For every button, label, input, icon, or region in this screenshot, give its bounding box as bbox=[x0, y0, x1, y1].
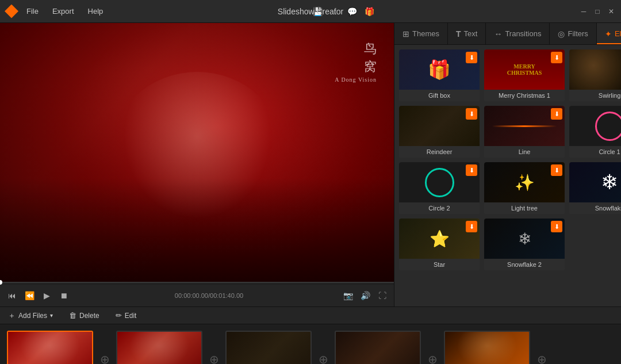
timeline-plus-1[interactable]: ⊕ bbox=[93, 335, 116, 364]
edit-label: Edit bbox=[125, 312, 137, 320]
tab-text-label: Text bbox=[464, 29, 478, 38]
playback-icons: 📷 🔊 ⛶ bbox=[342, 290, 388, 301]
message-icon[interactable]: 💬 bbox=[347, 6, 358, 17]
skip-start-button[interactable]: ⏮ bbox=[6, 289, 18, 302]
watermark: 鸟 窝 A Dong Vision bbox=[335, 40, 377, 84]
play-button[interactable]: ▶ bbox=[40, 289, 53, 302]
element-star[interactable]: ⬇ Star bbox=[399, 219, 480, 270]
tab-transitions-label: Transitions bbox=[505, 29, 541, 38]
element-line-label: Line bbox=[484, 146, 565, 158]
titlebar: File Export Help Slideshow Creator 💾 f 💬… bbox=[0, 0, 621, 23]
download-circle2-button[interactable]: ⬇ bbox=[466, 164, 477, 176]
tab-themes[interactable]: ⊞ Themes bbox=[394, 23, 448, 44]
menu-help[interactable]: Help bbox=[86, 5, 106, 18]
download-lighttree-button[interactable]: ⬇ bbox=[551, 164, 562, 176]
element-circle1[interactable]: ⬇ Circle 1 bbox=[569, 106, 621, 158]
timeline-plus-5[interactable]: ⊕ bbox=[530, 335, 553, 364]
right-panel: ⊞ Themes T Text ↔ Transitions ◎ Filters … bbox=[394, 23, 621, 306]
timeline-thumb-4[interactable] bbox=[335, 331, 421, 364]
playback-time: 00:00:00.00/00:01:40.00 bbox=[80, 292, 338, 299]
element-circle1-label: Circle 1 bbox=[569, 146, 621, 158]
edit-button[interactable]: ✏ Edit bbox=[112, 309, 140, 321]
filters-icon: ◎ bbox=[558, 29, 565, 39]
themes-icon: ⊞ bbox=[402, 29, 409, 39]
element-snowflake[interactable]: ⬇ Snowflake bbox=[569, 162, 621, 214]
gift-icon[interactable]: 🎁 bbox=[364, 6, 375, 17]
volume-icon[interactable]: 🔊 bbox=[359, 290, 371, 301]
element-christmas[interactable]: MERRYCHRISTMAS ⬇ Merry Christmas 1 bbox=[484, 49, 565, 101]
element-circle2[interactable]: ⬇ Circle 2 bbox=[399, 162, 480, 214]
watermark-line1: 鸟 bbox=[335, 40, 377, 58]
download-christmas-button[interactable]: ⬇ bbox=[551, 52, 562, 63]
watermark-line3: A Dong Vision bbox=[335, 76, 377, 84]
timeline-fill-2 bbox=[117, 332, 201, 364]
add-files-button[interactable]: ＋ Add Files ▾ bbox=[5, 309, 56, 323]
element-snowflake2-label: Snowflake 2 bbox=[484, 259, 565, 270]
tabs: ⊞ Themes T Text ↔ Transitions ◎ Filters … bbox=[394, 23, 621, 45]
timeline-fill-1 bbox=[8, 332, 92, 364]
element-swirling-thumb bbox=[569, 49, 621, 90]
download-reindeer-button[interactable]: ⬇ bbox=[466, 108, 477, 120]
tab-text[interactable]: T Text bbox=[448, 23, 486, 44]
timeline-fill-5 bbox=[445, 332, 529, 364]
edit-icon: ✏ bbox=[116, 311, 122, 320]
element-lighttree-label: Light tree bbox=[484, 202, 565, 214]
timeline-item-1[interactable]: 00:00:05 bbox=[7, 331, 93, 364]
element-christmas-label: Merry Christmas 1 bbox=[484, 90, 565, 101]
menu-file[interactable]: File bbox=[24, 5, 41, 18]
timeline-item-3[interactable]: 00:00:05 bbox=[225, 331, 312, 364]
app-logo bbox=[5, 5, 18, 18]
add-files-arrow: ▾ bbox=[50, 312, 53, 319]
element-giftbox[interactable]: ⬇ Gift box bbox=[399, 49, 480, 101]
element-star-label: Star bbox=[399, 259, 480, 270]
timeline-item-4[interactable]: 00:00:05 bbox=[335, 331, 421, 364]
progress-bar[interactable] bbox=[0, 282, 394, 283]
christmas-text: MERRYCHRISTMAS bbox=[507, 63, 542, 76]
timeline-scroll[interactable]: 00:00:05 ⊕ 00:00:05 ⊕ 00:00:05 ⊕ bbox=[0, 324, 621, 364]
element-reindeer-label: Reindeer bbox=[399, 146, 480, 158]
download-star-button[interactable]: ⬇ bbox=[466, 221, 477, 232]
close-button[interactable]: ✕ bbox=[606, 6, 616, 17]
timeline-plus-3[interactable]: ⊕ bbox=[312, 335, 335, 364]
download-snowflake2-button[interactable]: ⬇ bbox=[551, 221, 562, 232]
minimize-button[interactable]: ─ bbox=[578, 6, 589, 17]
timeline-plus-2[interactable]: ⊕ bbox=[202, 335, 225, 364]
screenshot-icon[interactable]: 📷 bbox=[342, 290, 354, 301]
delete-button[interactable]: 🗑 Delete bbox=[66, 309, 103, 321]
timeline-thumb-3[interactable] bbox=[225, 331, 312, 364]
tab-filters[interactable]: ◎ Filters bbox=[550, 23, 596, 44]
element-snowflake2[interactable]: ⬇ Snowflake 2 bbox=[484, 219, 565, 270]
timeline-plus-4[interactable]: ⊕ bbox=[421, 335, 444, 364]
transitions-icon: ↔ bbox=[494, 29, 502, 39]
stop-button[interactable]: ⏹ bbox=[57, 289, 70, 302]
menu-export[interactable]: Export bbox=[50, 5, 76, 18]
toolbar: ＋ Add Files ▾ 🗑 Delete ✏ Edit bbox=[0, 306, 621, 324]
element-reindeer[interactable]: ⬇ Reindeer bbox=[399, 106, 480, 158]
main-area: 鸟 窝 A Dong Vision ⏮ ⏪ ▶ ⏹ 00:00:00.00/00… bbox=[0, 23, 621, 306]
timeline-thumb-1[interactable] bbox=[7, 331, 93, 364]
fullscreen-icon[interactable]: ⛶ bbox=[377, 290, 388, 301]
element-line[interactable]: ⬇ Line bbox=[484, 106, 565, 158]
element-snowflake-label: Snowflake bbox=[569, 202, 621, 214]
tab-elements[interactable]: ✦ Elements bbox=[597, 23, 621, 44]
timeline-thumb-5[interactable] bbox=[444, 331, 530, 364]
delete-label: Delete bbox=[79, 312, 99, 320]
download-giftbox-button[interactable]: ⬇ bbox=[466, 52, 477, 63]
watermark-line2: 窝 bbox=[335, 58, 377, 76]
element-swirling[interactable]: ⬇ Swirling bbox=[569, 49, 621, 101]
elements-icon: ✦ bbox=[605, 29, 612, 39]
step-back-button[interactable]: ⏪ bbox=[23, 289, 36, 302]
element-circle2-label: Circle 2 bbox=[399, 202, 480, 214]
element-lighttree[interactable]: ⬇ Light tree bbox=[484, 162, 565, 214]
video-panel: 鸟 窝 A Dong Vision ⏮ ⏪ ▶ ⏹ 00:00:00.00/00… bbox=[0, 23, 394, 306]
timeline-item-5[interactable]: 00:00:05 bbox=[444, 331, 530, 364]
add-files-label: Add Files bbox=[18, 312, 47, 320]
timeline-thumb-2[interactable] bbox=[116, 331, 202, 364]
element-circle1-thumb bbox=[569, 106, 621, 146]
maximize-button[interactable]: □ bbox=[592, 6, 603, 17]
add-files-icon: ＋ bbox=[8, 311, 16, 321]
timeline-item-2[interactable]: 00:00:05 bbox=[116, 331, 202, 364]
playback-bar: ⏮ ⏪ ▶ ⏹ 00:00:00.00/00:01:40.00 📷 🔊 ⛶ bbox=[0, 283, 394, 306]
download-line-button[interactable]: ⬇ bbox=[551, 108, 562, 120]
tab-transitions[interactable]: ↔ Transitions bbox=[486, 23, 550, 44]
